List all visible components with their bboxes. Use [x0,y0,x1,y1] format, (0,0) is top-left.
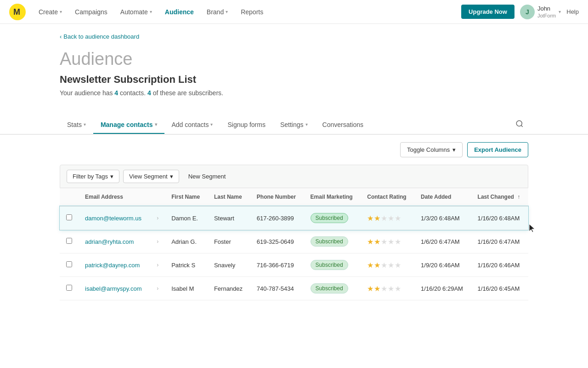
view-segment-button[interactable]: View Segment ▾ [123,170,179,183]
status-badge: Subscribed [311,283,348,293]
col-email-marketing: Email Marketing [304,188,361,206]
star-icon: ★ [388,261,394,270]
user-menu[interactable]: J John JotForm ▾ [520,5,561,19]
email-address[interactable]: patrick@dayrep.com [85,262,140,269]
status-cell: Subscribed [304,277,361,300]
first-name-cell: Isabel M [165,277,208,300]
search-icon[interactable] [511,115,528,134]
new-segment-button[interactable]: New Segment [183,170,232,183]
date-added-cell: 1/9/20 6:46AM [414,253,471,277]
export-audience-button[interactable]: Export Audience [467,142,528,157]
row-checkbox[interactable] [66,238,72,244]
nav-reports[interactable]: Reports [235,6,269,18]
email-address[interactable]: damon@teleworm.us [85,215,141,222]
rating-cell: ★★★★★ [361,230,414,253]
rating-cell: ★★★★★ [361,277,414,300]
rating-cell: ★★★★★ [361,253,414,277]
chevron-down-icon: ▾ [305,122,308,127]
chevron-down-icon: ▾ [210,122,213,127]
toggle-columns-button[interactable]: Toggle Columns ▾ [400,142,463,157]
star-icon: ★ [381,261,387,270]
row-arrow-cell[interactable]: › [150,253,165,277]
star-icon: ★ [367,284,373,293]
phone-cell: 716-366-6719 [250,253,304,277]
chevron-down-icon: ▾ [559,9,561,14]
row-checkbox-cell [60,230,79,253]
svg-text:M: M [13,7,20,17]
subtitle: Your audience has 4 contacts. 4 of these… [60,89,528,97]
first-name-cell: Patrick S [165,253,208,277]
contacts-table: Email Address First Name Last Name Phone… [60,188,528,300]
row-checkbox[interactable] [66,261,72,267]
col-contact-rating: Contact Rating [361,188,414,206]
chevron-down-icon: ▾ [110,173,113,180]
last-name-cell: Foster [208,230,250,253]
last-changed-cell: 1/16/20 6:47AM [471,230,528,253]
last-changed-cell: 1/16/20 6:46AM [471,253,528,277]
col-arrow [150,188,165,206]
email-address[interactable]: adrian@ryhta.com [85,238,134,245]
tab-manage-contacts[interactable]: Manage contacts ▾ [93,116,164,134]
mailchimp-logo[interactable]: M [9,4,26,20]
page-header: Audience Newsletter Subscription List Yo… [0,45,588,106]
status-cell: Subscribed [304,253,361,277]
tab-conversations[interactable]: Conversations [315,116,371,134]
col-date-added: Date Added [414,188,471,206]
nav-audience[interactable]: Audience [159,6,199,18]
table-row[interactable]: isabel@armyspy.com › Isabel M Fernandez … [60,277,528,300]
filter-by-tags-button[interactable]: Filter by Tags ▾ [67,170,119,183]
table-row[interactable]: patrick@dayrep.com › Patrick S Snavely 7… [60,253,528,277]
tab-signup-forms[interactable]: Signup forms [220,116,272,134]
star-icon: ★ [395,214,401,223]
chevron-left-icon: ‹ [60,33,62,40]
tab-add-contacts[interactable]: Add contacts ▾ [164,116,220,134]
first-name-cell: Damon E. [165,206,208,230]
upgrade-button[interactable]: Upgrade Now [461,5,514,19]
toolbar-tabs: Stats ▾ Manage contacts ▾ Add contacts ▾… [0,115,588,135]
star-icon: ★ [381,284,387,293]
row-checkbox-cell [60,253,79,277]
table-row[interactable]: adrian@ryhta.com › Adrian G. Foster 619-… [60,230,528,253]
email-address[interactable]: isabel@armyspy.com [85,285,142,292]
phone-cell: 619-325-0649 [250,230,304,253]
tab-settings[interactable]: Settings ▾ [273,116,315,134]
status-cell: Subscribed [304,230,361,253]
chevron-down-icon: ▾ [60,9,62,14]
breadcrumb-back[interactable]: ‹ Back to audience dashboard [60,33,528,40]
col-last-changed[interactable]: Last Changed ↑ [471,188,528,206]
chevron-down-icon: ▾ [226,9,228,14]
nav-right: Upgrade Now J John JotForm ▾ Help [461,5,579,19]
row-arrow-cell[interactable]: › [150,230,165,253]
date-added-cell: 1/3/20 6:48AM [414,206,471,230]
row-arrow-cell[interactable]: › [150,277,165,300]
star-icon: ★ [374,261,380,270]
chevron-down-icon: ▾ [150,9,152,14]
star-icon: ★ [395,261,401,270]
star-icon: ★ [367,237,373,246]
star-icon: ★ [381,214,387,223]
nav-create[interactable]: Create ▾ [33,6,68,18]
table-header-row: Email Address First Name Last Name Phone… [60,188,528,206]
chevron-down-icon: ▾ [84,122,86,127]
nav-items: Create ▾ Campaigns Automate ▾ Audience B… [33,6,461,18]
row-checkbox[interactable] [66,285,72,291]
sort-asc-icon: ↑ [517,194,520,200]
table-row[interactable]: damon@teleworm.us › Damon E. Stewart 617… [60,206,528,230]
row-checkbox-cell [60,206,79,230]
svg-point-2 [516,121,522,126]
nav-automate[interactable]: Automate ▾ [115,6,158,18]
row-arrow-cell[interactable]: › [150,206,165,230]
col-phone: Phone Number [250,188,304,206]
date-added-cell: 1/6/20 6:47AM [414,230,471,253]
last-name-cell: Stewart [208,206,250,230]
row-checkbox[interactable] [66,214,72,220]
help-link[interactable]: Help [566,8,579,15]
star-icon: ★ [395,237,401,246]
chevron-down-icon: ▾ [452,146,456,153]
nav-campaigns[interactable]: Campaigns [69,6,113,18]
tab-stats[interactable]: Stats ▾ [60,116,93,134]
star-icon: ★ [367,214,373,223]
star-icon: ★ [374,214,380,223]
nav-brand[interactable]: Brand ▾ [201,6,233,18]
email-cell: isabel@armyspy.com [79,277,150,300]
